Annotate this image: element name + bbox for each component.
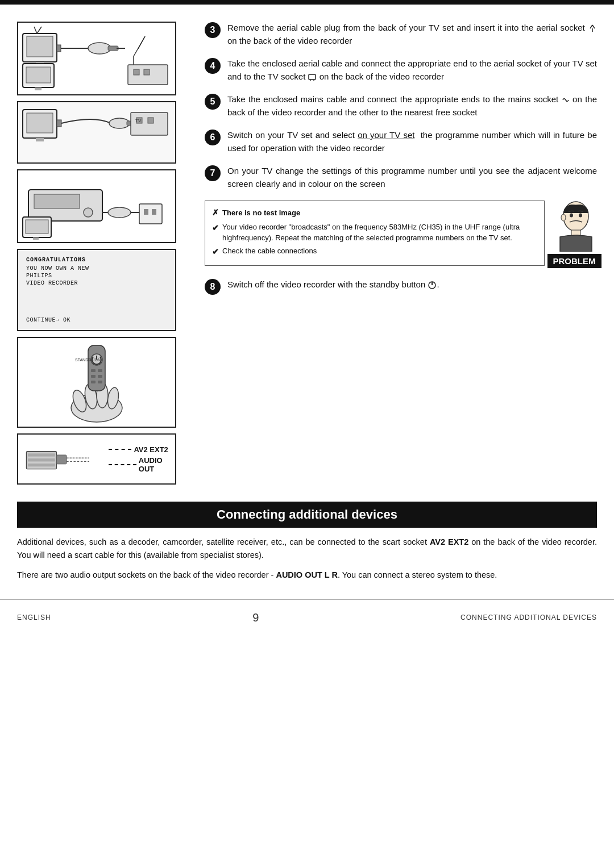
screen-text-2: YOU NOW OWN A NEW <box>26 265 89 272</box>
bottom-paragraph-1: Additional devices, such as a decoder, c… <box>17 536 597 562</box>
svg-rect-35 <box>26 220 48 233</box>
problem-item-text-1: Your video recorder "broadcasts" on the … <box>222 222 537 244</box>
svg-rect-5 <box>57 45 61 52</box>
svg-rect-33 <box>152 209 156 215</box>
screen-continue: CONTINUE→ OK <box>26 317 70 323</box>
footer: English 9 Connecting additional devices <box>0 599 614 636</box>
svg-rect-19 <box>27 113 53 133</box>
svg-rect-54 <box>28 453 55 456</box>
right-instructions: 3 Remove the aerial cable plug from the … <box>193 22 597 490</box>
footer-right: Connecting additional devices <box>460 614 597 621</box>
page: TV <box>0 0 614 868</box>
svg-rect-16 <box>26 67 51 83</box>
page-number: 9 <box>252 611 259 624</box>
tv-socket-icon <box>308 73 317 82</box>
step-text-3: Remove the aerial cable plug from the ba… <box>227 22 597 47</box>
svg-line-3 <box>34 27 37 34</box>
section-header: Connecting additional devices <box>17 502 597 528</box>
check-mark-icon-2: ✔ <box>212 246 219 257</box>
welcome-screen: CONGRATULATIONS YOU NOW OWN A NEW PHILIP… <box>17 249 176 331</box>
screen-text-1: CONGRATULATIONS <box>26 257 86 263</box>
svg-line-60 <box>590 25 592 28</box>
step-6: 6 Switch on your TV set and select on yo… <box>205 129 597 155</box>
svg-rect-26 <box>148 118 154 123</box>
svg-rect-46 <box>98 369 102 372</box>
step-5: 5 Take the enclosed mains cable and conn… <box>205 93 597 119</box>
screen-text-4: VIDEO RECORDER <box>26 280 78 286</box>
svg-rect-50 <box>98 381 102 383</box>
problem-item-text-2: Check the cable connections <box>222 246 317 257</box>
check-mark-icon-1: ✔ <box>212 222 219 244</box>
svg-line-61 <box>592 25 595 28</box>
svg-rect-43 <box>88 345 105 391</box>
step-number-5: 5 <box>205 94 221 110</box>
svg-line-4 <box>37 27 42 34</box>
problem-face-svg <box>554 201 594 252</box>
svg-rect-20 <box>36 138 44 141</box>
svg-rect-29 <box>34 194 80 208</box>
x-mark-icon: ✗ <box>212 207 219 219</box>
step-4: 4 Take the enclosed aerial cable and con… <box>205 57 597 83</box>
step-7: 7 On your TV change the settings of this… <box>205 165 597 190</box>
step-text-5: Take the enclosed mains cable and connec… <box>227 93 597 119</box>
step-8: 8 Switch off the video recorder with the… <box>205 278 597 295</box>
problem-area: ✗ There is no test image ✔ Your video re… <box>205 201 597 268</box>
problem-title-text: There is no test image <box>222 207 300 219</box>
svg-text:TV: TV <box>135 118 142 123</box>
svg-point-30 <box>84 208 93 217</box>
step-number-8: 8 <box>205 279 221 295</box>
problem-item-2: ✔ Check the cable connections <box>212 246 537 257</box>
svg-rect-47 <box>91 375 96 378</box>
svg-rect-48 <box>98 375 102 378</box>
problem-face-area: PROBLEM <box>551 201 597 268</box>
problem-label: PROBLEM <box>547 254 601 268</box>
svg-point-7 <box>88 43 111 54</box>
bottom-paragraph-2: There are two audio output sockets on th… <box>17 569 597 582</box>
step-text-7: On your TV change the settings of this p… <box>227 165 597 190</box>
svg-rect-45 <box>91 369 96 372</box>
svg-rect-13 <box>134 69 139 75</box>
problem-title: ✗ There is no test image <box>212 207 537 219</box>
svg-rect-63 <box>309 74 316 80</box>
illustration-step4: TV <box>17 101 176 164</box>
aerial-icon <box>588 24 597 33</box>
illustration-step3 <box>17 22 176 95</box>
svg-rect-24 <box>131 112 168 135</box>
svg-point-37 <box>108 207 131 218</box>
svg-rect-49 <box>91 381 96 383</box>
mains-socket-icon <box>562 97 570 103</box>
step-number-4: 4 <box>205 58 221 74</box>
illustration-connector: AV2 EXT2 AUDIO OUT <box>17 433 176 485</box>
step-text-6: Switch on your TV set and select on your… <box>227 129 597 155</box>
footer-left: English <box>17 614 51 621</box>
problem-item-1: ✔ Your video recorder "broadcasts" on th… <box>212 222 537 244</box>
svg-point-69 <box>579 214 582 218</box>
top-bar <box>0 0 614 5</box>
av2-label: AV2 EXT2 <box>134 445 168 454</box>
svg-rect-14 <box>144 69 150 75</box>
standby-icon <box>428 281 437 290</box>
step-text-4: Take the enclosed aerial cable and conne… <box>227 57 597 83</box>
illustration-remote: STANDBY/ON <box>17 337 176 428</box>
svg-point-68 <box>570 214 573 218</box>
step-3: 3 Remove the aerial cable plug from the … <box>205 22 597 47</box>
step-number-3: 3 <box>205 22 221 38</box>
illustration-step5 <box>17 169 176 243</box>
step-text-8: Switch off the video recorder with the s… <box>227 278 597 291</box>
svg-rect-32 <box>144 209 148 215</box>
svg-rect-21 <box>57 120 61 127</box>
bottom-section: Connecting additional devices Additional… <box>0 502 614 582</box>
audio-out-label: AUDIO OUT <box>139 456 175 473</box>
left-illustrations: TV <box>17 22 193 490</box>
connector-labels: AV2 EXT2 AUDIO OUT <box>109 445 175 473</box>
svg-point-67 <box>561 214 566 221</box>
svg-rect-31 <box>139 204 162 224</box>
svg-text:STANDBY/ON: STANDBY/ON <box>75 358 101 362</box>
svg-rect-57 <box>56 455 67 464</box>
svg-rect-36 <box>33 237 39 240</box>
step-number-7: 7 <box>205 165 221 181</box>
svg-rect-1 <box>27 36 53 57</box>
problem-box: ✗ There is no test image ✔ Your video re… <box>205 201 545 266</box>
step-number-6: 6 <box>205 130 221 145</box>
svg-rect-56 <box>28 464 55 466</box>
